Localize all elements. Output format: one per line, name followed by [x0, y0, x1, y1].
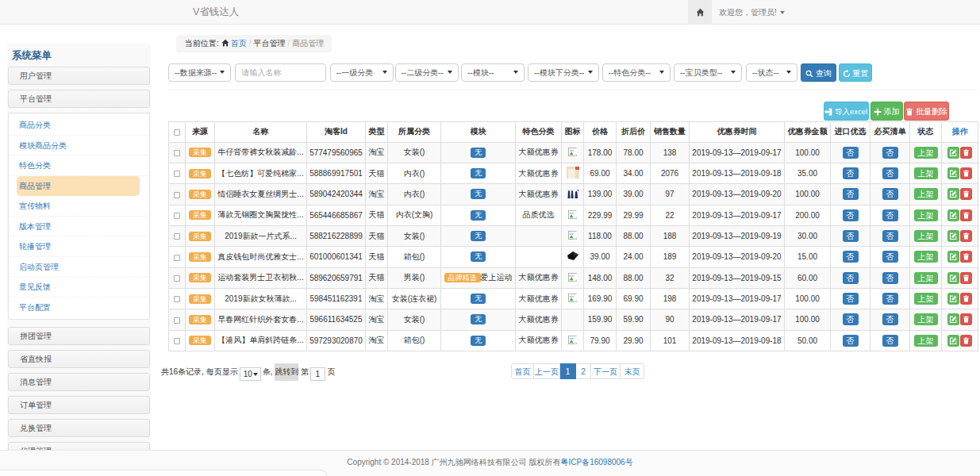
must-buy-no-button[interactable]: 否: [882, 230, 898, 242]
status-on-sale-button[interactable]: 上架: [914, 167, 938, 179]
add-button[interactable]: 添加: [870, 102, 903, 121]
page-button-2[interactable]: 2: [576, 363, 591, 379]
delete-button[interactable]: [960, 167, 972, 179]
breadcrumb-home-link[interactable]: 首页: [231, 39, 247, 48]
status-on-sale-button[interactable]: 上架: [914, 251, 938, 263]
sidebar-item-平台配置[interactable]: 平台配置: [9, 298, 149, 318]
sidebar-item-宣传物料[interactable]: 宣传物料: [9, 196, 149, 217]
delete-button[interactable]: [960, 251, 972, 263]
sidebar-item-特色分类[interactable]: 特色分类: [9, 155, 149, 176]
sidebar-group-platform[interactable]: 平台管理: [8, 90, 150, 108]
must-buy-no-button[interactable]: 否: [882, 188, 898, 200]
filter-select-7[interactable]: --宝贝类型--: [674, 63, 742, 83]
bulk-delete-button[interactable]: 批量删除: [904, 102, 949, 121]
row-checkbox[interactable]: [174, 296, 180, 302]
edit-button[interactable]: [947, 293, 959, 305]
sidebar-item-意见反馈[interactable]: 意见反馈: [9, 277, 149, 298]
import-select-no-button[interactable]: 否: [843, 251, 859, 263]
import-excel-button[interactable]: 导入excel: [824, 102, 869, 121]
status-on-sale-button[interactable]: 上架: [914, 230, 938, 242]
filter-select-6[interactable]: --特色分类--: [602, 63, 671, 83]
row-checkbox[interactable]: [174, 255, 180, 261]
page-number-input[interactable]: 1: [310, 367, 325, 381]
delete-button[interactable]: [960, 188, 972, 200]
jump-button[interactable]: 跳转到: [275, 363, 298, 381]
page-button-首页[interactable]: 首页: [511, 363, 534, 379]
sidebar-group-消息管理[interactable]: 消息管理: [8, 373, 150, 391]
filter-select-5[interactable]: --模块下分类--: [528, 63, 599, 83]
delete-button[interactable]: [960, 230, 972, 242]
import-select-no-button[interactable]: 否: [843, 293, 859, 305]
sidebar-group-订单管理[interactable]: 订单管理: [8, 396, 150, 414]
import-select-no-button[interactable]: 否: [843, 188, 859, 200]
import-select-no-button[interactable]: 否: [843, 209, 859, 221]
must-buy-no-button[interactable]: 否: [882, 209, 898, 221]
edit-button[interactable]: [947, 335, 959, 347]
sidebar-group-省直快报[interactable]: 省直快报: [8, 350, 150, 368]
sidebar-item-版本管理[interactable]: 版本管理: [9, 217, 149, 237]
sidebar-group-users[interactable]: 用户管理: [8, 67, 150, 85]
must-buy-no-button[interactable]: 否: [882, 293, 898, 305]
status-on-sale-button[interactable]: 上架: [914, 335, 938, 347]
edit-button[interactable]: [947, 313, 959, 325]
import-select-no-button[interactable]: 否: [843, 147, 859, 159]
filter-select-4[interactable]: --模块--: [461, 63, 525, 83]
select-all-checkbox[interactable]: [174, 129, 180, 136]
must-buy-no-button[interactable]: 否: [882, 272, 898, 284]
icp-link[interactable]: 粤ICP备16098006号: [560, 458, 632, 466]
filter-select-1[interactable]: --数据来源--: [168, 63, 231, 83]
import-select-no-button[interactable]: 否: [843, 272, 859, 284]
sidebar-item-轮播管理[interactable]: 轮播管理: [9, 236, 149, 257]
delete-button[interactable]: [960, 313, 972, 325]
edit-button[interactable]: [947, 167, 959, 179]
delete-button[interactable]: [960, 272, 972, 284]
delete-button[interactable]: [960, 335, 972, 347]
row-checkbox[interactable]: [174, 317, 180, 324]
status-on-sale-button[interactable]: 上架: [914, 147, 938, 159]
import-select-no-button[interactable]: 否: [843, 335, 859, 347]
must-buy-no-button[interactable]: 否: [882, 147, 898, 159]
delete-button[interactable]: [960, 147, 972, 159]
page-button-下一页[interactable]: 下一页: [591, 363, 621, 379]
status-on-sale-button[interactable]: 上架: [914, 313, 938, 325]
row-checkbox[interactable]: [174, 150, 180, 156]
import-select-no-button[interactable]: 否: [843, 313, 859, 325]
row-checkbox[interactable]: [174, 213, 180, 219]
status-on-sale-button[interactable]: 上架: [914, 293, 938, 305]
filter-select-2[interactable]: --一级分类: [330, 63, 394, 83]
user-menu[interactable]: 欢迎您，管理员!: [719, 0, 785, 25]
sidebar-item-商品分类[interactable]: 商品分类: [9, 115, 149, 136]
row-checkbox[interactable]: [174, 275, 180, 282]
edit-button[interactable]: [947, 147, 959, 159]
sidebar-group-拼团管理[interactable]: 拼团管理: [8, 327, 150, 345]
delete-button[interactable]: [960, 209, 972, 221]
edit-button[interactable]: [947, 251, 959, 263]
edit-button[interactable]: [947, 230, 959, 242]
status-on-sale-button[interactable]: 上架: [914, 209, 938, 221]
page-button-1[interactable]: 1: [560, 363, 576, 379]
page-button-上一页[interactable]: 上一页: [534, 363, 560, 379]
must-buy-no-button[interactable]: 否: [882, 335, 898, 347]
row-checkbox[interactable]: [174, 338, 180, 344]
reset-button[interactable]: 重置: [839, 63, 872, 82]
nav-home-button[interactable]: [688, 0, 712, 25]
filter-select-3[interactable]: --二级分类--: [395, 63, 459, 83]
must-buy-no-button[interactable]: 否: [882, 167, 898, 179]
import-select-no-button[interactable]: 否: [843, 230, 859, 242]
sidebar-item-商品管理[interactable]: 商品管理: [17, 176, 140, 197]
row-checkbox[interactable]: [174, 192, 180, 198]
edit-button[interactable]: [947, 209, 959, 221]
must-buy-no-button[interactable]: 否: [882, 313, 898, 325]
edit-button[interactable]: [947, 188, 959, 200]
page-button-末页[interactable]: 末页: [621, 363, 644, 379]
must-buy-no-button[interactable]: 否: [882, 251, 898, 263]
row-checkbox[interactable]: [174, 233, 180, 240]
edit-button[interactable]: [947, 272, 959, 284]
name-search-input[interactable]: 请输入名称: [235, 63, 326, 83]
status-on-sale-button[interactable]: 上架: [914, 272, 938, 284]
import-select-no-button[interactable]: 否: [843, 167, 859, 179]
sidebar-item-模块商品分类[interactable]: 模块商品分类: [9, 136, 149, 156]
filter-select-8[interactable]: --状态--: [746, 63, 797, 83]
page-size-select[interactable]: 10: [240, 367, 261, 381]
delete-button[interactable]: [960, 293, 972, 305]
